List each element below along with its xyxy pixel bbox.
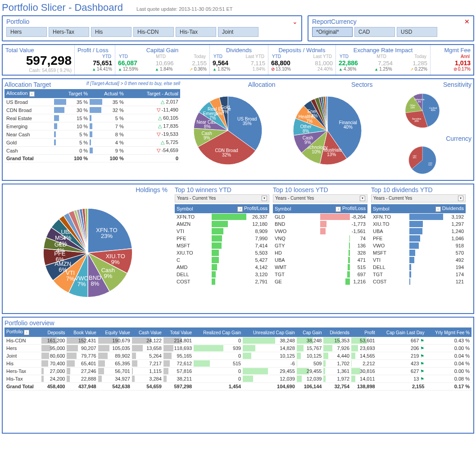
table-row: TGT697 — [273, 271, 367, 278]
kpi-cg-sub-mtd: MTD — [155, 54, 167, 59]
sort-icon[interactable]: ↓ — [237, 206, 243, 212]
svg-text:9%: 9% — [104, 273, 112, 279]
kpi-ex-p0: 4.36% — [339, 67, 356, 72]
kpi-pl-title: Profit / Loss — [77, 47, 112, 54]
svg-text:4%: 4% — [311, 113, 318, 118]
svg-text:32%: 32% — [222, 152, 231, 157]
table-row: XFN.TO26,337 — [175, 213, 269, 220]
svg-text:8%: 8% — [91, 280, 99, 287]
table-row: Hers95,00090,207105,03513,658118,6939391… — [5, 345, 471, 352]
svg-text:9%: 9% — [417, 100, 421, 103]
page-title: Portfolio Slicer - Dashboard — [2, 2, 123, 13]
kpi-pl-value: 75,651 — [77, 59, 112, 67]
table-row: TGT174 — [371, 271, 466, 278]
table-row: VTI8,909 — [175, 228, 269, 235]
table-row: COST2,791 — [175, 278, 269, 285]
table-row: CDN Broad 30 % 32 % ▽ -11,490 — [5, 106, 180, 114]
kpi-dep-title: Deposits / Wdrwls — [271, 47, 333, 54]
svg-text:18%: 18% — [410, 106, 415, 109]
portfolio-overview-title: Portfolio overview — [5, 319, 471, 327]
losers-filter[interactable]: Years - Current Yes▾ — [273, 194, 367, 202]
clear-filter-icon[interactable]: ⌄ — [292, 18, 298, 25]
table-row: WMT515 — [273, 264, 367, 271]
kpi-dep-sub1: Last YTD — [313, 54, 333, 59]
kpi-cash-note: Cash: 54,659 ( 9.2%) — [5, 68, 72, 73]
losers-title: Top 10 loosers YTD — [273, 186, 367, 193]
filter-icon[interactable]: ▾ — [458, 196, 463, 201]
table-row: VWO918 — [371, 242, 466, 249]
divs-filter[interactable]: Years - Current Yes▾ — [371, 194, 466, 202]
table-row: US Broad 35 % 35 % △ 2,017 — [5, 98, 180, 106]
kpi-div-title: Dividends — [213, 47, 265, 54]
kpi-cg-pct1: 1.84% — [155, 67, 172, 72]
slicer-item[interactable]: His-Tax — [176, 27, 216, 37]
svg-text:13%: 13% — [327, 152, 336, 157]
table-row: His-CDN161,200152,431190,67924,122214,80… — [5, 337, 471, 345]
sort-icon[interactable]: ↓ — [24, 330, 29, 335]
table-row: XIU.TO5,503 — [175, 249, 269, 256]
svg-text:36%: 36% — [413, 157, 416, 159]
slicer-item[interactable]: Hers-Tax — [49, 27, 89, 37]
svg-text:4%: 4% — [56, 247, 65, 254]
kpi-cg-ytd: 66,087 — [118, 59, 137, 67]
kpi-ex-p1: 1.25% — [374, 67, 392, 72]
svg-text:6%: 6% — [59, 266, 67, 273]
slicer-item[interactable]: His-CDN — [133, 27, 174, 37]
kpi-mgmt-title: Mgmt Fee — [433, 47, 471, 54]
kpi-ex-v2: 1,285 — [413, 60, 427, 67]
svg-text:45%: 45% — [431, 109, 435, 112]
kpi-cg-sub-today: Today — [193, 54, 207, 59]
slicer-item[interactable]: Joint — [218, 27, 258, 37]
kpi-ex-sub1: MTD — [376, 54, 387, 59]
kpi-ex-p2: 0.22% — [410, 67, 427, 72]
table-row: Near Cash 5 % 8 % ▽ -19,533 — [5, 130, 180, 139]
kpi-cg-sub-ytd: YTD — [118, 54, 129, 59]
table-row: AMZN12,180 — [175, 220, 269, 228]
table-row: DELL194 — [371, 264, 466, 271]
slicer-item[interactable]: CAD — [354, 27, 395, 37]
slicer-item[interactable]: USD — [397, 27, 437, 37]
kpi-div-v0: 9,564 — [213, 59, 228, 67]
svg-text:9%: 9% — [204, 135, 210, 140]
table-row: VTI492 — [371, 256, 466, 264]
filter-icon[interactable]: ▾ — [262, 196, 267, 201]
kpi-mgmt-v: 1,013 — [433, 59, 471, 67]
table-row: PFE1,046 — [371, 235, 466, 242]
kpi-row: Total Value 597,298 Cash: 54,659 ( 9.2%)… — [2, 44, 474, 76]
sensitivity-currency-charts: Sensitivity Cyclical45%Sensitive28%Other… — [377, 81, 472, 178]
kpi-cg-mtd: 10,696 — [156, 60, 174, 67]
svg-text:7%: 7% — [77, 281, 86, 287]
filter-icon[interactable]: ▾ — [360, 196, 365, 201]
holdings-pie-chart: Holdings % XFN.TO23%XIU.TO9%Cash9%BND8%V… — [5, 186, 171, 311]
svg-text:10%: 10% — [312, 149, 321, 154]
winners-filter[interactable]: Years - Current Yes▾ — [175, 194, 269, 202]
top10-dividends: Top 10 dividends YTD Years - Current Yes… — [371, 186, 466, 311]
table-row: MSFT570 — [371, 249, 466, 256]
slicer-item[interactable]: Hers — [6, 27, 47, 37]
table-row: His-Tax24,20022,88834,9273,28438,211012,… — [5, 375, 471, 383]
table-row: AMD4,142 — [175, 264, 269, 271]
portfolio-overview-table: Portfolio ↓DepositsBook ValueEquity Valu… — [5, 327, 471, 390]
svg-text:4%: 4% — [63, 234, 71, 241]
table-row: GLD-8,264 — [273, 213, 367, 220]
kpi-ex-sub2: Today — [413, 54, 427, 59]
kpi-ex-title: Exchange Rate Impact — [339, 47, 427, 54]
table-row: HD328 — [273, 249, 367, 256]
kpi-div-sub1: Last YTD — [245, 54, 266, 59]
slicer-portfolio-title: Portfolio — [6, 18, 29, 25]
kpi-cg-pct2: 0.36% — [190, 67, 207, 72]
svg-text:35%: 35% — [243, 121, 252, 126]
sort-icon[interactable]: ↓ — [435, 206, 441, 212]
last-update: Last quote update: 2013-11-30 05:20:51 E… — [136, 6, 232, 12]
allocation-target-table: Allocation ↓Target %Actual %Target - Act… — [5, 89, 180, 162]
svg-text:4%: 4% — [222, 109, 229, 114]
table-row: Real Estate 15 % 5 % △ 60,105 — [5, 114, 180, 122]
slicer-item[interactable]: *Original* — [312, 27, 353, 37]
allocation-target-title: Allocation Target — [5, 81, 51, 88]
allocation-hint: If [Target-Actual] > 0 then need to buy,… — [86, 81, 180, 89]
kpi-div-p1: 1.84% — [253, 67, 265, 72]
sort-icon[interactable]: ↓ — [29, 91, 35, 97]
slicer-item[interactable]: His — [91, 27, 131, 37]
clear-filter-icon[interactable]: ✕ — [464, 18, 470, 25]
sort-icon[interactable]: ↓ — [335, 206, 341, 212]
